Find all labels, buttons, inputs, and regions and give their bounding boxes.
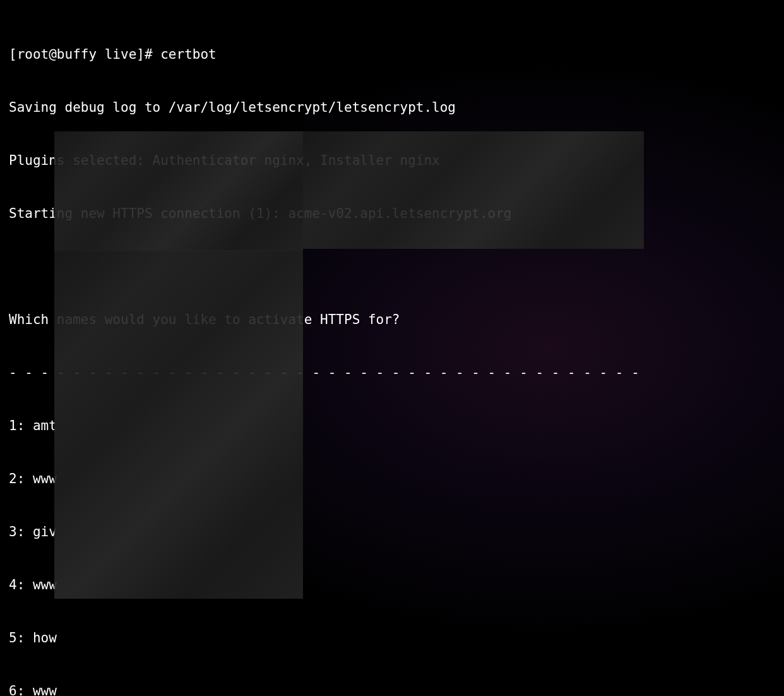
- option-number: 4:: [9, 577, 25, 592]
- log-line: Starting new HTTPS connection (1): acme-…: [9, 205, 775, 222]
- domain-fragment: giv: [33, 524, 57, 539]
- option-number: 6:: [9, 683, 25, 696]
- domain-option: 5: how: [9, 629, 775, 647]
- option-number: 1:: [9, 418, 25, 433]
- domain-option: 2: www: [9, 470, 775, 488]
- log-line: Saving debug log to /var/log/letsencrypt…: [9, 99, 775, 116]
- domain-fragment: how: [33, 630, 57, 645]
- domain-fragment: www: [33, 683, 57, 696]
- domain-option: 4: www: [9, 576, 775, 594]
- question-line: Which names would you like to activate H…: [9, 311, 775, 328]
- blank-line: [9, 258, 775, 275]
- domain-fragment: amt: [33, 418, 57, 433]
- terminal-output[interactable]: [root@buffy live]# certbot Saving debug …: [9, 10, 775, 696]
- option-number: 2:: [9, 471, 25, 486]
- divider-line: - - - - - - - - - - - - - - - - - - - - …: [9, 364, 775, 381]
- shell-prompt-line: [root@buffy live]# certbot: [9, 45, 775, 63]
- option-number: 5:: [9, 630, 25, 645]
- domain-fragment: www: [33, 471, 57, 486]
- log-line: Plugins selected: Authenticator nginx, I…: [9, 152, 775, 169]
- domain-fragment: www: [33, 577, 57, 592]
- option-number: 3:: [9, 524, 25, 539]
- domain-option: 1: amt: [9, 417, 775, 435]
- domain-option: 3: giv: [9, 523, 775, 541]
- domain-option: 6: www: [9, 682, 775, 696]
